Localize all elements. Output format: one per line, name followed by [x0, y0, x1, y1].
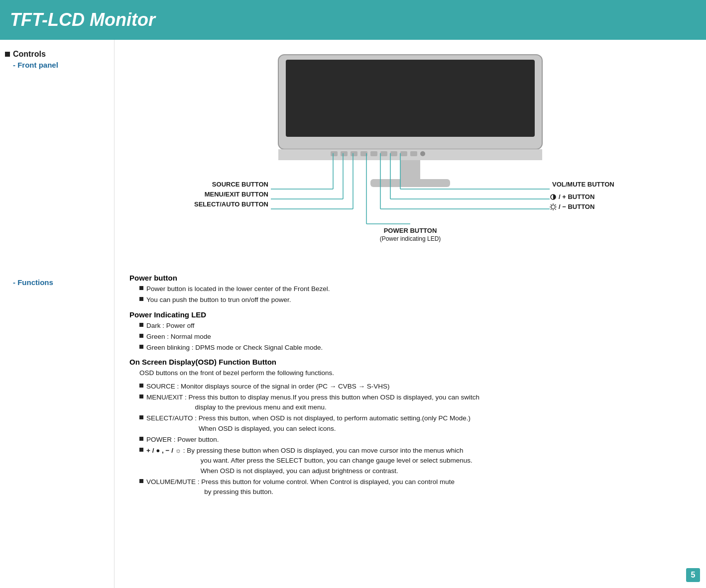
monitor-svg: SOURCE BUTTON MENU/EXIT BUTTON SELECT/AU… — [186, 50, 634, 264]
bullet-osd-plus-minus: + / ● , − / ☼ : By pressing these button… — [139, 446, 691, 476]
svg-rect-1 — [286, 60, 535, 137]
bullet-osd-menu: MENU/EXIT : Press this button to display… — [139, 392, 691, 413]
bullet-osd-select: SELECT/AUTO : Press this button, when OS… — [139, 413, 691, 434]
sidebar-functions-label: - Functions — [13, 278, 109, 287]
bullet-icon — [139, 384, 143, 388]
osd-bullet-select: SELECT/AUTO : Press this button, when OS… — [146, 413, 471, 434]
sidebar-front-panel-label: - Front panel — [13, 61, 109, 69]
power-button-title: Power button — [129, 274, 691, 282]
led-title: Power Indicating LED — [129, 310, 691, 319]
bullet-icon — [139, 437, 143, 441]
svg-rect-4 — [341, 151, 348, 156]
svg-rect-10 — [400, 151, 407, 156]
svg-text:SOURCE BUTTON: SOURCE BUTTON — [212, 181, 268, 188]
bullet-icon — [139, 345, 143, 349]
osd-intro: OSD buttons on the front of bezel perfor… — [139, 368, 691, 378]
bullet-icon — [139, 448, 143, 452]
page-title: TFT-LCD Monitor — [10, 9, 155, 30]
svg-text:(Power indicating LED): (Power indicating LED) — [380, 235, 441, 242]
bullet-icon — [139, 297, 143, 301]
svg-point-12 — [420, 151, 425, 156]
sidebar-controls-item: Controls — [5, 50, 109, 59]
diagram-svg: SOURCE BUTTON MENU/EXIT BUTTON SELECT/AU… — [186, 50, 634, 264]
controls-label: Controls — [13, 50, 46, 59]
osd-bullet-menu: MENU/EXIT : Press this button to display… — [146, 392, 479, 413]
functions-section: Power button Power button is located in … — [129, 274, 691, 497]
osd-title: On Screen Display(OSD) Function Button — [129, 358, 691, 366]
bullet-icon — [139, 286, 143, 290]
svg-rect-14 — [370, 179, 450, 187]
led-bullet-3: Green blinking : DPMS mode or Check Sign… — [146, 343, 323, 353]
bullet-osd-volume: VOLUME/MUTE : Press this button for volu… — [139, 477, 691, 497]
svg-text:/ +  BUTTON: / + BUTTON — [559, 193, 594, 200]
svg-line-42 — [555, 204, 556, 205]
osd-bullet-volume: VOLUME/MUTE : Press this button for volu… — [146, 477, 455, 497]
svg-rect-13 — [400, 160, 420, 180]
osd-bullet-power: POWER : Power button. — [146, 435, 219, 445]
bullet-led-3: Green blinking : DPMS mode or Check Sign… — [139, 343, 691, 353]
led-bullet-1: Dark : Power off — [146, 321, 195, 331]
page-number: 5 — [686, 568, 700, 582]
bullet-power-2: You can push the button to trun on/off t… — [139, 295, 691, 305]
bullet-led-1: Dark : Power off — [139, 321, 691, 331]
led-bullet-2: Green : Normal mode — [146, 332, 211, 342]
monitor-diagram: SOURCE BUTTON MENU/EXIT BUTTON SELECT/AU… — [129, 50, 691, 269]
bullet-icon — [139, 334, 143, 338]
content-area: SOURCE BUTTON MENU/EXIT BUTTON SELECT/AU… — [115, 40, 706, 588]
osd-bullet-plus-minus: + / ● , − / ☼ : By pressing these button… — [146, 446, 472, 476]
svg-text:/ −  BUTTON: / − BUTTON — [559, 203, 594, 210]
power-bullet-2: You can push the button to trun on/off t… — [146, 295, 291, 305]
svg-rect-5 — [351, 151, 357, 156]
svg-line-40 — [551, 204, 552, 205]
bullet-icon — [139, 394, 143, 398]
svg-rect-11 — [410, 151, 417, 156]
bullet-icon — [139, 415, 143, 419]
power-button-section: Power button Power button is located in … — [129, 274, 691, 305]
svg-line-41 — [555, 209, 556, 210]
bullet-power-1: Power button is located in the lower cen… — [139, 284, 691, 294]
svg-text:POWER BUTTON: POWER BUTTON — [384, 227, 437, 234]
osd-bullet-source: SOURCE : Monitor displays source of the … — [146, 382, 389, 392]
power-bullet-1: Power button is located in the lower cen… — [146, 284, 330, 294]
svg-rect-7 — [370, 151, 377, 156]
bullet-osd-source: SOURCE : Monitor displays source of the … — [139, 382, 691, 392]
bullet-icon — [139, 323, 143, 327]
bullet-icon — [139, 479, 143, 483]
svg-rect-8 — [380, 151, 387, 156]
svg-point-35 — [551, 205, 555, 209]
osd-section: On Screen Display(OSD) Function Button O… — [129, 358, 691, 497]
bullet-led-2: Green : Normal mode — [139, 332, 691, 342]
led-section: Power Indicating LED Dark : Power off Gr… — [129, 310, 691, 353]
svg-line-43 — [551, 209, 552, 210]
svg-text:MENU/EXIT BUTTON: MENU/EXIT BUTTON — [205, 191, 268, 198]
svg-rect-3 — [331, 151, 338, 156]
page-header: TFT-LCD Monitor — [0, 0, 706, 40]
sidebar: Controls - Front panel - Functions — [0, 40, 115, 588]
svg-text:SELECT/AUTO BUTTON: SELECT/AUTO BUTTON — [194, 200, 268, 208]
svg-text:VOL/MUTE BUTTON: VOL/MUTE BUTTON — [552, 181, 614, 188]
svg-rect-9 — [390, 151, 397, 156]
main-layout: Controls - Front panel - Functions — [0, 40, 706, 588]
bullet-osd-power: POWER : Power button. — [139, 435, 691, 445]
controls-bullet-icon — [5, 52, 10, 57]
